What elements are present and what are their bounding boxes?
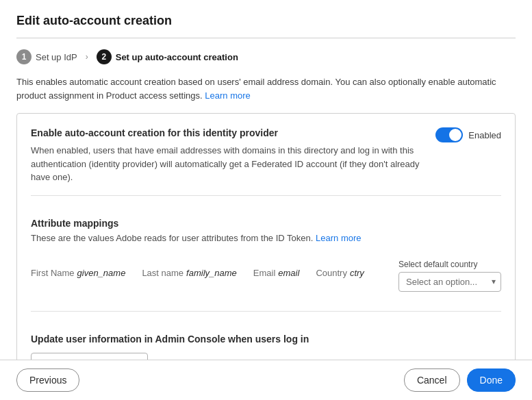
attr-pair-country: Country ctry bbox=[316, 268, 364, 278]
default-country-select-wrapper: Select an option... United States United… bbox=[398, 272, 501, 292]
description-learn-more-link[interactable]: Learn more bbox=[205, 90, 250, 101]
attr-pair-lastname: Last name family_name bbox=[142, 268, 236, 278]
step-2: 2 Set up auto-account creation bbox=[97, 49, 238, 64]
step-2-circle: 2 bbox=[97, 49, 112, 64]
stepper: 1 Set up IdP › 2 Set up auto-account cre… bbox=[16, 49, 516, 64]
attr-key-country: Country bbox=[316, 268, 347, 278]
attr-value-country: ctry bbox=[350, 268, 364, 278]
mapping-row-wrapper: First Name given_name Last name family_n… bbox=[31, 254, 501, 297]
attribute-mappings-desc: These are the values Adobe reads for use… bbox=[31, 233, 501, 243]
attr-value-email: email bbox=[278, 268, 299, 278]
footer: Previous Cancel Done bbox=[0, 360, 532, 400]
page-title: Edit auto-account creation bbox=[16, 14, 516, 28]
attr-key-firstname: First Name bbox=[31, 268, 75, 278]
step-2-label: Set up auto-account creation bbox=[116, 52, 238, 62]
enable-title: Enable auto-account creation for this id… bbox=[31, 127, 422, 138]
previous-button[interactable]: Previous bbox=[16, 368, 79, 392]
auto-account-toggle[interactable] bbox=[435, 127, 463, 142]
update-user-title: Update user information in Admin Console… bbox=[31, 334, 501, 345]
attr-pair-firstname: First Name given_name bbox=[31, 268, 125, 278]
footer-right-buttons: Cancel Done bbox=[404, 368, 516, 392]
attr-pair-email: Email email bbox=[253, 268, 300, 278]
inner-divider-2 bbox=[31, 311, 501, 312]
toggle-label: Enabled bbox=[468, 130, 501, 140]
attr-learn-more-link[interactable]: Learn more bbox=[316, 233, 361, 243]
attribute-mappings-section: Attribute mappings These are the values … bbox=[31, 207, 501, 300]
inner-divider bbox=[31, 195, 501, 196]
default-country-select[interactable]: Select an option... United States United… bbox=[398, 272, 501, 292]
attr-key-lastname: Last name bbox=[142, 268, 183, 278]
step-arrow: › bbox=[86, 52, 88, 62]
cancel-button[interactable]: Cancel bbox=[404, 368, 460, 392]
attr-value-firstname: given_name bbox=[77, 268, 126, 278]
attr-key-email: Email bbox=[253, 268, 276, 278]
title-divider bbox=[16, 38, 516, 38]
attr-value-lastname: family_name bbox=[186, 268, 237, 278]
enable-desc: When enabled, users that have email addr… bbox=[31, 144, 422, 184]
step-1-circle: 1 bbox=[16, 49, 31, 64]
toggle-area: Enabled bbox=[435, 127, 501, 142]
done-button[interactable]: Done bbox=[467, 368, 516, 392]
enable-text: Enable auto-account creation for this id… bbox=[31, 127, 435, 184]
default-country-label: Select default country bbox=[398, 260, 501, 269]
attribute-mappings-title: Attribute mappings bbox=[31, 218, 501, 229]
enable-section: Enable auto-account creation for this id… bbox=[31, 127, 501, 184]
main-card: Enable auto-account creation for this id… bbox=[16, 113, 516, 387]
step-1: 1 Set up IdP bbox=[16, 49, 77, 64]
default-country-area: Select default country Select an option.… bbox=[398, 260, 501, 292]
step-1-label: Set up IdP bbox=[36, 52, 77, 62]
attr-mappings-row: First Name given_name Last name family_n… bbox=[31, 268, 381, 278]
page-description: This enables automatic account creation … bbox=[16, 75, 516, 102]
